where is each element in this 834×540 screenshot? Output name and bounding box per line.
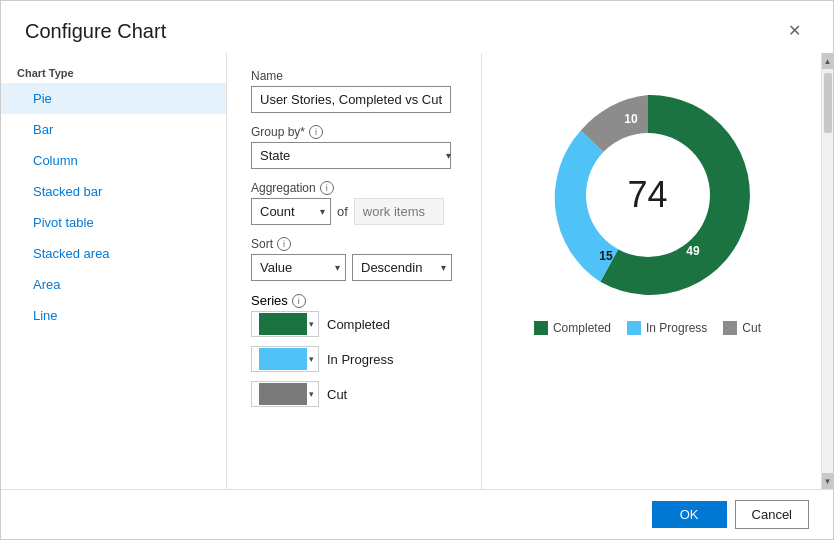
sidebar-item-column[interactable]: Column: [1, 145, 226, 176]
cut-color-swatch: [259, 383, 307, 405]
aggregation-select-wrapper: Count Sum ▾: [251, 198, 331, 225]
sort-row: Value Label ▾ Descending Ascending ▾: [251, 254, 457, 281]
series-field-group: Series i ▾ Completed ▾ In Progress: [251, 293, 457, 413]
sort-value-select-wrapper: Value Label ▾: [251, 254, 346, 281]
scrollbar-up-button[interactable]: ▲: [822, 53, 834, 69]
aggregation-field-group: Aggregation i Count Sum ▾ of: [251, 181, 457, 225]
group-by-label: Group by* i: [251, 125, 457, 139]
aggregation-label: Aggregation i: [251, 181, 457, 195]
dialog-body: Chart Type Pie Bar Column Stacked bar Pi…: [1, 53, 833, 489]
name-label: Name: [251, 69, 457, 83]
close-button[interactable]: ✕: [780, 19, 809, 43]
aggregation-info-icon[interactable]: i: [320, 181, 334, 195]
legend-label-completed: Completed: [553, 321, 611, 335]
series-item-completed: ▾ Completed: [251, 311, 457, 337]
series-label-row: Series i: [251, 293, 457, 308]
in-progress-color-swatch: [259, 348, 307, 370]
series-completed-label: Completed: [327, 317, 390, 332]
scrollbar-down-button[interactable]: ▼: [822, 473, 834, 489]
sort-info-icon[interactable]: i: [277, 237, 291, 251]
sort-direction-select-wrapper: Descending Ascending ▾: [352, 254, 452, 281]
ok-button[interactable]: OK: [652, 501, 727, 528]
sidebar-item-line[interactable]: Line: [1, 300, 226, 331]
configure-chart-dialog: Configure Chart ✕ Chart Type Pie Bar Col…: [0, 0, 834, 540]
chart-legend: Completed In Progress Cut: [534, 321, 761, 335]
in-progress-chevron-icon: ▾: [309, 354, 314, 364]
completed-chevron-icon: ▾: [309, 319, 314, 329]
series-color-in-progress-button[interactable]: ▾: [251, 346, 319, 372]
group-by-select-wrapper: State Area Iteration ▾: [251, 142, 457, 169]
group-by-field-group: Group by* i State Area Iteration ▾: [251, 125, 457, 169]
aggregation-row: Count Sum ▾ of: [251, 198, 457, 225]
sort-label: Sort i: [251, 237, 457, 251]
label-in-progress: 15: [599, 249, 613, 263]
legend-item-cut: Cut: [723, 321, 761, 335]
dialog-title: Configure Chart: [25, 20, 166, 43]
group-by-info-icon[interactable]: i: [309, 125, 323, 139]
completed-color-swatch: [259, 313, 307, 335]
legend-label-in-progress: In Progress: [646, 321, 707, 335]
scrollbar-track: ▲ ▼: [821, 53, 833, 489]
name-input[interactable]: [251, 86, 451, 113]
series-info-icon[interactable]: i: [292, 294, 306, 308]
label-cut: 10: [624, 112, 638, 126]
label-completed: 49: [686, 244, 700, 258]
legend-swatch-cut: [723, 321, 737, 335]
of-text: of: [337, 204, 348, 219]
series-item-cut: ▾ Cut: [251, 381, 457, 407]
sidebar-item-stacked-bar[interactable]: Stacked bar: [1, 176, 226, 207]
sidebar-item-bar[interactable]: Bar: [1, 114, 226, 145]
donut-chart: 49 15 10 74: [538, 85, 758, 305]
scrollbar-thumb[interactable]: [824, 73, 832, 133]
aggregation-select[interactable]: Count Sum: [251, 198, 331, 225]
donut-center-value: 74: [627, 174, 667, 216]
chart-type-label: Chart Type: [1, 61, 226, 83]
sidebar-item-area[interactable]: Area: [1, 269, 226, 300]
chart-preview-area: 49 15 10 74 Completed In Progress Cut: [481, 53, 821, 489]
dialog-footer: OK Cancel: [1, 489, 833, 539]
work-items-input: [354, 198, 444, 225]
series-color-cut-button[interactable]: ▾: [251, 381, 319, 407]
name-field-group: Name: [251, 69, 457, 113]
chart-type-sidebar: Chart Type Pie Bar Column Stacked bar Pi…: [1, 53, 227, 489]
legend-swatch-in-progress: [627, 321, 641, 335]
group-by-select[interactable]: State Area Iteration: [251, 142, 451, 169]
sidebar-item-stacked-area[interactable]: Stacked area: [1, 238, 226, 269]
sidebar-item-pivot-table[interactable]: Pivot table: [1, 207, 226, 238]
legend-swatch-completed: [534, 321, 548, 335]
legend-label-cut: Cut: [742, 321, 761, 335]
series-item-in-progress: ▾ In Progress: [251, 346, 457, 372]
form-area: Name Group by* i State Area Iteration ▾: [227, 53, 481, 489]
legend-item-in-progress: In Progress: [627, 321, 707, 335]
sort-direction-select[interactable]: Descending Ascending: [352, 254, 452, 281]
cancel-button[interactable]: Cancel: [735, 500, 809, 529]
series-in-progress-label: In Progress: [327, 352, 393, 367]
dialog-header: Configure Chart ✕: [1, 1, 833, 53]
series-cut-label: Cut: [327, 387, 347, 402]
sort-field-group: Sort i Value Label ▾ Descending: [251, 237, 457, 281]
series-label: Series: [251, 293, 288, 308]
sidebar-item-pie[interactable]: Pie: [1, 83, 226, 114]
sort-value-select[interactable]: Value Label: [251, 254, 346, 281]
legend-item-completed: Completed: [534, 321, 611, 335]
series-color-completed-button[interactable]: ▾: [251, 311, 319, 337]
cut-chevron-icon: ▾: [309, 389, 314, 399]
